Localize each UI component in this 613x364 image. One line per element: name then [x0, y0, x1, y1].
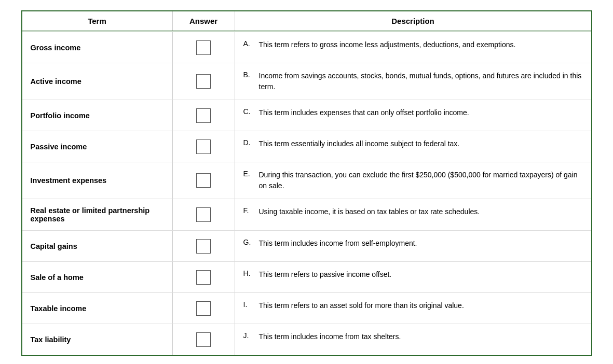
answer-cell-real-estate-expenses[interactable]	[173, 199, 235, 230]
term-cell-real-estate-expenses: Real estate or limited partnership expen…	[22, 199, 173, 230]
term-cell-portfolio-income: Portfolio income	[22, 100, 173, 131]
term-cell-investment-expenses: Investment expenses	[22, 162, 173, 199]
table-body: Gross incomeA.This term refers to gross …	[22, 32, 591, 355]
desc-cell-tax-liability: J.This term includes income from tax she…	[235, 324, 591, 355]
desc-letter-taxable-income: I.	[243, 300, 254, 309]
desc-cell-investment-expenses: E.During this transaction, you can exclu…	[235, 162, 591, 199]
desc-cell-real-estate-expenses: F.Using taxable income, it is based on t…	[235, 199, 591, 230]
matching-table: Term Answer Description Gross incomeA.Th…	[21, 10, 592, 356]
answer-column-header: Answer	[173, 11, 235, 31]
desc-text-sale-of-home: This term refers to passive income offse…	[259, 269, 583, 280]
answer-input-capital-gains[interactable]	[196, 239, 211, 254]
desc-text-capital-gains: This term includes income from self-empl…	[259, 238, 583, 249]
answer-cell-portfolio-income[interactable]	[173, 100, 235, 131]
desc-letter-passive-income: D.	[243, 138, 254, 147]
answer-input-gross-income[interactable]	[196, 40, 211, 55]
desc-letter-portfolio-income: C.	[243, 107, 254, 116]
desc-cell-passive-income: D.This term essentially includes all inc…	[235, 131, 591, 162]
answer-cell-tax-liability[interactable]	[173, 324, 235, 355]
table-row: Passive incomeD.This term essentially in…	[22, 131, 591, 162]
answer-input-tax-liability[interactable]	[196, 332, 211, 347]
table-row: Capital gainsG.This term includes income…	[22, 231, 591, 262]
answer-cell-sale-of-home[interactable]	[173, 262, 235, 292]
term-cell-passive-income: Passive income	[22, 131, 173, 162]
term-cell-gross-income: Gross income	[22, 32, 173, 63]
answer-cell-investment-expenses[interactable]	[173, 162, 235, 199]
term-cell-tax-liability: Tax liability	[22, 324, 173, 355]
table-row: Active incomeB.Income from savings accou…	[22, 63, 591, 100]
desc-letter-active-income: B.	[243, 71, 254, 79]
desc-text-tax-liability: This term includes income from tax shelt…	[259, 331, 583, 342]
table-row: Investment expensesE.During this transac…	[22, 162, 591, 199]
answer-input-real-estate-expenses[interactable]	[196, 207, 211, 222]
term-cell-active-income: Active income	[22, 63, 173, 100]
description-column-header: Description	[235, 11, 591, 31]
answer-cell-taxable-income[interactable]	[173, 293, 235, 324]
answer-input-investment-expenses[interactable]	[196, 173, 211, 188]
desc-text-active-income: Income from savings accounts, stocks, bo…	[259, 71, 583, 92]
desc-cell-sale-of-home: H.This term refers to passive income off…	[235, 262, 591, 292]
answer-cell-capital-gains[interactable]	[173, 231, 235, 261]
desc-letter-investment-expenses: E.	[243, 170, 254, 178]
desc-letter-tax-liability: J.	[243, 331, 254, 340]
desc-text-passive-income: This term essentially includes all incom…	[259, 138, 583, 149]
table-row: Sale of a homeH.This term refers to pass…	[22, 262, 591, 293]
desc-cell-active-income: B.Income from savings accounts, stocks, …	[235, 63, 591, 100]
desc-cell-gross-income: A.This term refers to gross income less …	[235, 32, 591, 63]
desc-text-investment-expenses: During this transaction, you can exclude…	[259, 170, 583, 191]
table-row: Portfolio incomeC.This term includes exp…	[22, 100, 591, 131]
desc-text-real-estate-expenses: Using taxable income, it is based on tax…	[259, 206, 583, 217]
table-header: Term Answer Description	[22, 11, 591, 32]
desc-letter-real-estate-expenses: F.	[243, 206, 254, 215]
table-row: Taxable incomeI.This term refers to an a…	[22, 293, 591, 324]
desc-text-taxable-income: This term refers to an asset sold for mo…	[259, 300, 583, 311]
desc-letter-gross-income: A.	[243, 39, 254, 48]
answer-cell-gross-income[interactable]	[173, 32, 235, 63]
desc-cell-capital-gains: G.This term includes income from self-em…	[235, 231, 591, 261]
term-cell-capital-gains: Capital gains	[22, 231, 173, 261]
term-cell-taxable-income: Taxable income	[22, 293, 173, 324]
term-cell-sale-of-home: Sale of a home	[22, 262, 173, 292]
table-row: Tax liabilityJ.This term includes income…	[22, 324, 591, 355]
answer-input-portfolio-income[interactable]	[196, 108, 211, 123]
answer-cell-passive-income[interactable]	[173, 131, 235, 162]
desc-cell-taxable-income: I.This term refers to an asset sold for …	[235, 293, 591, 324]
answer-input-taxable-income[interactable]	[196, 301, 211, 316]
desc-cell-portfolio-income: C.This term includes expenses that can o…	[235, 100, 591, 131]
desc-letter-sale-of-home: H.	[243, 269, 254, 277]
answer-input-active-income[interactable]	[196, 74, 211, 89]
table-row: Gross incomeA.This term refers to gross …	[22, 32, 591, 63]
desc-text-portfolio-income: This term includes expenses that can onl…	[259, 107, 583, 118]
desc-letter-capital-gains: G.	[243, 238, 254, 246]
answer-input-sale-of-home[interactable]	[196, 270, 211, 285]
table-row: Real estate or limited partnership expen…	[22, 199, 591, 231]
answer-cell-active-income[interactable]	[173, 63, 235, 100]
desc-text-gross-income: This term refers to gross income less ad…	[259, 39, 583, 50]
answer-input-passive-income[interactable]	[196, 139, 211, 154]
term-column-header: Term	[22, 11, 173, 31]
